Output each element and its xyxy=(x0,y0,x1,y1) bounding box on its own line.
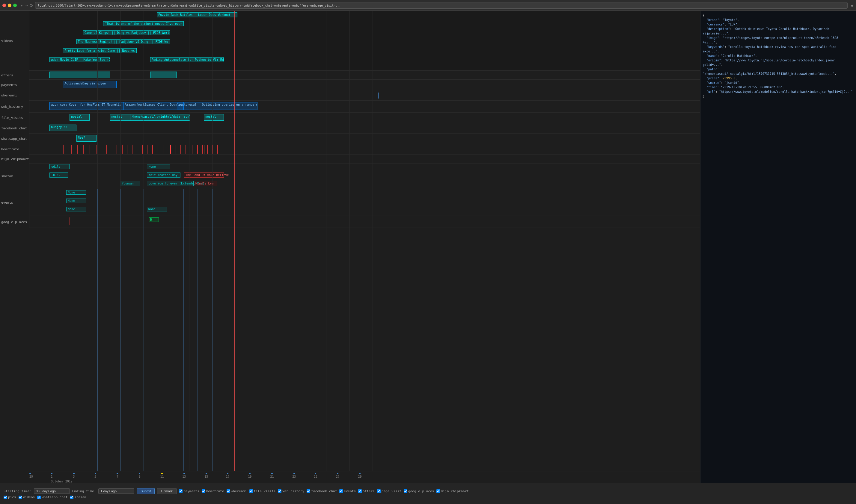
browser-bar: ← → ⟳ localhost:5000/?start=365+days+ago… xyxy=(0,0,856,11)
row-label-mijn-chipkaart: mijn_chipkaart xyxy=(0,155,29,163)
starting-time-label: Starting time: xyxy=(4,489,32,493)
grid-line-23 xyxy=(304,11,304,471)
row-label-events: events xyxy=(0,189,29,216)
starting-time-input[interactable] xyxy=(34,488,70,494)
whereami-tick-1 xyxy=(251,92,251,98)
web-event-workspaces[interactable]: Amazon WorkSpaces Client Download xyxy=(123,102,184,110)
event-none-2[interactable]: None xyxy=(66,199,86,203)
video-event-autocomplete[interactable]: Adding Autocomplete for Python to Vim Ed… xyxy=(150,57,224,62)
shazam-minds-eye[interactable]: Mind's Eye xyxy=(194,181,217,186)
shazam-dre[interactable]: .R.E. xyxy=(50,173,68,178)
checkbox-videos[interactable]: videos xyxy=(19,495,35,499)
ending-time-label: Ending time: xyxy=(72,489,96,493)
event-col-line-8 xyxy=(184,189,184,471)
hr-tick xyxy=(63,145,64,154)
checkbox-shazam[interactable]: shazam xyxy=(70,495,86,499)
checkbox-payments[interactable]: payments xyxy=(179,489,199,493)
shazam-home[interactable]: Home xyxy=(147,164,170,169)
checkbox-file-visits[interactable]: file_visits xyxy=(249,489,276,493)
event-none-1[interactable]: None xyxy=(66,190,86,195)
hr-tick xyxy=(122,145,123,154)
hr-tick xyxy=(207,145,208,154)
web-event-oneplus[interactable]: azon.com: Cover for OnePlus 6T Magnetic … xyxy=(50,102,123,110)
x-axis: 29 1 3 5 7 9 1 xyxy=(29,471,700,483)
shazam-younger[interactable]: Younger xyxy=(120,181,140,186)
timeline-row-whereami xyxy=(29,90,700,101)
hr-tick xyxy=(202,145,203,154)
grid-line-21 xyxy=(281,11,281,471)
hr-tick xyxy=(132,145,133,154)
unmark-button[interactable]: Unmark xyxy=(157,488,176,494)
minimize-btn[interactable] xyxy=(8,4,12,7)
checkbox-page-visit[interactable]: page_visit xyxy=(377,489,401,493)
timeline-row-whatsapp: Nee? xyxy=(29,133,700,144)
checkbox-web-history[interactable]: web_history xyxy=(278,489,304,493)
timeline-row-events: None None None None xyxy=(29,189,700,216)
hr-tick xyxy=(186,145,186,154)
checkbox-mijn-chipkaart[interactable]: mijn_chipkaart xyxy=(436,489,469,493)
shazam-love[interactable]: Love You Forever (Extended Mix) xyxy=(147,181,194,186)
x-date-23: 23 xyxy=(292,473,296,478)
bookmark-icon[interactable]: ★ xyxy=(851,2,854,8)
video-event-game-kings[interactable]: Game of Kings! || Ding vs Radjabov || FI… xyxy=(83,30,170,35)
video-event-make-you-see[interactable]: wden Movie CLIP - Make You See (2016) - … xyxy=(50,57,110,62)
payment-event-adyen[interactable]: ActievandeDag via Adyen xyxy=(63,81,117,88)
x-date-7: 7 xyxy=(117,473,118,478)
x-date-9: 9 xyxy=(139,473,141,478)
video-event-quiet[interactable]: Pretty Loud for a Quiet Game || Nepo vs … xyxy=(63,48,137,53)
ending-time-input[interactable] xyxy=(98,488,134,494)
row-label-offers: offers xyxy=(0,71,29,80)
facebook-event-hungry[interactable]: hungry :3 xyxy=(50,125,76,131)
x-date-27: 27 xyxy=(336,473,339,478)
checkbox-facebook-chat[interactable]: facebook_chat xyxy=(307,489,337,493)
x-date-5: 5 xyxy=(94,473,96,478)
shazam-odils[interactable]: odils xyxy=(50,164,70,169)
hr-tick xyxy=(77,145,77,154)
submit-button[interactable]: Submit xyxy=(137,488,155,494)
whatsapp-event-nee[interactable]: Nee? xyxy=(76,135,97,142)
controls-row-2: pics videos whatsapp_chat shazam xyxy=(4,495,852,499)
forward-icon[interactable]: → xyxy=(25,3,28,8)
event-none-4[interactable]: None xyxy=(147,207,167,212)
video-event-madness[interactable]: The Madness Begins! || Radjabov VS Ding … xyxy=(76,39,170,44)
offer-event-1[interactable] xyxy=(50,72,110,78)
checkbox-whatsapp-chat[interactable]: whatsapp_chat xyxy=(37,495,67,499)
timeline-row-heartrate xyxy=(29,144,700,155)
offer-event-2[interactable] xyxy=(150,72,177,78)
hr-tick xyxy=(83,145,84,154)
close-btn[interactable] xyxy=(2,4,6,7)
timeline-row-file-visits: nostal nostal /home/pascal/.brightml/dat… xyxy=(29,113,700,123)
file-visit-data[interactable]: /home/pascal/.brightml/data.jsonl xyxy=(130,114,190,121)
url-bar[interactable]: localhost:5000/?start=365+days+ago&end=1… xyxy=(35,2,848,9)
google-red-tick xyxy=(70,217,70,225)
google-place-h[interactable]: H xyxy=(149,217,159,222)
shazam-wait[interactable]: Wait Another Day xyxy=(147,173,180,178)
checkbox-events[interactable]: events xyxy=(339,489,356,493)
file-visit-nostal-1[interactable]: nostal xyxy=(70,114,90,121)
x-date-19: 19 xyxy=(248,473,252,478)
checkbox-offers[interactable]: offers xyxy=(358,489,375,493)
x-date-11: 11 xyxy=(160,473,164,478)
x-date-15: 15 xyxy=(205,473,208,478)
checkbox-whereami[interactable]: whereami xyxy=(227,489,247,493)
event-col-line-9 xyxy=(197,189,198,471)
hr-tick xyxy=(142,145,143,154)
hr-tick xyxy=(117,145,117,154)
checkbox-google-places[interactable]: google_places xyxy=(404,489,434,493)
maximize-btn[interactable] xyxy=(13,4,17,7)
back-icon[interactable]: ← xyxy=(21,3,23,8)
file-visit-nostal-2[interactable]: nostal xyxy=(110,114,130,121)
video-event-puzzle[interactable]: Puzzle Rush Battles - Loser Does Workout xyxy=(157,12,238,17)
event-none-3[interactable]: None xyxy=(66,207,86,212)
event-col-line-2 xyxy=(89,189,89,471)
checkbox-pics[interactable]: pics xyxy=(4,495,16,499)
row-label-web-history: web_history xyxy=(0,101,29,113)
checkbox-heartrate[interactable]: heartrate xyxy=(202,489,224,493)
hr-tick xyxy=(147,145,147,154)
shazam-land[interactable]: The Land Of Make Believe xyxy=(184,173,224,178)
timeline-panel: videos Puzzle Rush Battles - Loser Does … xyxy=(0,11,700,483)
reload-icon[interactable]: ⟳ xyxy=(30,3,33,8)
hr-tick-red xyxy=(204,145,205,154)
file-visit-nostal-3[interactable]: nostal xyxy=(204,114,224,121)
hr-tick xyxy=(127,145,127,154)
